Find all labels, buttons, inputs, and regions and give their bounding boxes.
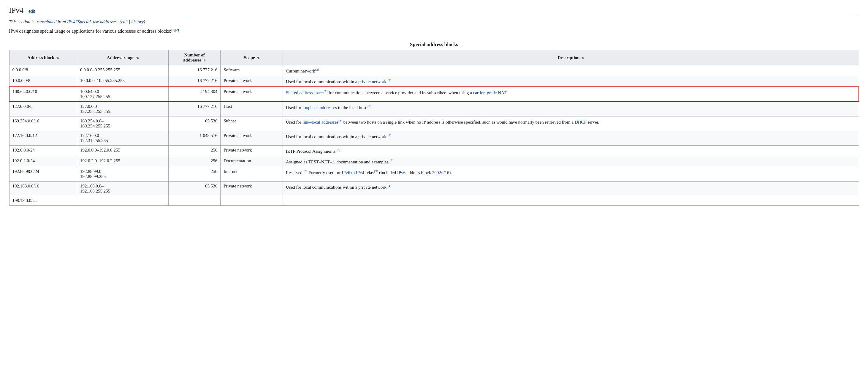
transclusion-italic-link[interactable]: transcluded bbox=[36, 19, 57, 24]
cell-description: Used for link–local addresses[6] between… bbox=[283, 116, 859, 131]
cell-range: 0.0.0.0–0.255.255.255 bbox=[77, 65, 168, 76]
cell-scope: Documentation bbox=[221, 156, 283, 167]
col-header-addresses[interactable]: Number ofaddresses ⇅ bbox=[168, 50, 221, 65]
cell-addresses: 4 194 304 bbox=[168, 87, 221, 102]
description-link[interactable]: private network bbox=[358, 79, 386, 84]
cell-scope: Private network bbox=[221, 181, 283, 196]
cell-range bbox=[77, 196, 168, 206]
sort-arrow-description: ⇅ bbox=[582, 56, 584, 60]
cell-description: Used for local communications within a p… bbox=[283, 76, 859, 87]
ref-link[interactable]: [4] bbox=[388, 184, 391, 188]
ref-2[interactable]: [2] bbox=[175, 28, 179, 31]
transclusion-history-link[interactable]: history bbox=[131, 19, 144, 24]
table-row: 192.168.0.0/16192.168.0.0–192.168.255.25… bbox=[9, 181, 859, 196]
ref-link[interactable]: [3] bbox=[315, 68, 319, 71]
cell-addresses: 256 bbox=[168, 156, 221, 167]
cell-addresses: 1 048 576 bbox=[168, 131, 221, 146]
cell-addresses: 65 536 bbox=[168, 116, 221, 131]
cell-range: 192.0.0.0–192.0.0.255 bbox=[77, 146, 168, 156]
description-link[interactable]: Shared address space bbox=[286, 90, 323, 95]
cell-description: Used for local communications within a p… bbox=[283, 181, 859, 196]
description-link[interactable]: link–local addresses bbox=[303, 120, 338, 124]
description-link[interactable]: IPv6 bbox=[397, 170, 405, 175]
table-row: 10.0.0.0/810.0.0.0–10.255.255.25516 777 … bbox=[9, 76, 859, 87]
cell-scope: Internet bbox=[221, 167, 283, 181]
cell-addresses: 256 bbox=[168, 146, 221, 156]
ref-link[interactable]: [3] bbox=[368, 104, 371, 108]
ref-link[interactable]: [6] bbox=[338, 119, 342, 122]
ref-link[interactable]: [4] bbox=[388, 133, 391, 137]
cell-block: 198.18.0.0/… bbox=[9, 196, 77, 206]
cell-range: 100.64.0.0–100.127.255.255 bbox=[77, 87, 168, 102]
sort-arrow-addresses: ⇅ bbox=[203, 59, 206, 62]
ref-link[interactable]: [4] bbox=[388, 79, 391, 82]
ref-link[interactable]: [9] bbox=[374, 169, 378, 173]
ref-link[interactable]: [8] bbox=[304, 169, 308, 173]
cell-addresses: 16 777 216 bbox=[168, 102, 221, 116]
description-link[interactable]: loopback addresses bbox=[303, 105, 337, 110]
cell-scope: Private network bbox=[221, 131, 283, 146]
description-link[interactable]: carrier–grade NAT bbox=[473, 90, 507, 95]
cell-addresses: 16 777 216 bbox=[168, 76, 221, 87]
sort-arrow-scope: ⇅ bbox=[257, 56, 259, 60]
cell-block: 192.168.0.0/16 bbox=[9, 181, 77, 196]
cell-scope: Private network bbox=[221, 87, 283, 102]
cell-addresses: 16 777 216 bbox=[168, 65, 221, 76]
description-link[interactable]: DHCP bbox=[575, 120, 586, 124]
transclusion-source-link[interactable]: IPv4#Special–use addresses. bbox=[67, 19, 119, 24]
col-header-block[interactable]: Address block ⇅ bbox=[9, 50, 77, 65]
cell-range: 192.168.0.0–192.168.255.255 bbox=[77, 181, 168, 196]
cell-range: 169.254.0.0–169.254.255.255 bbox=[77, 116, 168, 131]
cell-scope: Subnet bbox=[221, 116, 283, 131]
sort-arrow-block: ⇅ bbox=[56, 56, 59, 60]
table-caption: Special address blocks bbox=[9, 39, 859, 50]
cell-block: 192.88.99.0/24 bbox=[9, 167, 77, 181]
ref-link[interactable]: [7] bbox=[390, 159, 393, 162]
cell-block: 192.0.0.0/24 bbox=[9, 146, 77, 156]
table-row: 169.254.0.0/16169.254.0.0–169.254.255.25… bbox=[9, 116, 859, 131]
section-edit-link[interactable]: edit bbox=[29, 9, 35, 14]
cell-block: 0.0.0.0/8 bbox=[9, 65, 77, 76]
cell-description: Current network[3] bbox=[283, 65, 859, 76]
cell-block: 10.0.0.0/8 bbox=[9, 76, 77, 87]
col-header-range[interactable]: Address range ⇅ bbox=[77, 50, 168, 65]
cell-scope bbox=[221, 196, 283, 206]
cell-block: 192.0.2.0/24 bbox=[9, 156, 77, 167]
special-address-blocks-table: Special address blocks Address block ⇅ A… bbox=[9, 39, 859, 206]
section-title: IPv4 edit bbox=[9, 6, 859, 16]
transclusion-note: This section is transcluded from IPv4#Sp… bbox=[9, 19, 859, 24]
table-row: 172.16.0.0/12172.16.0.0–172.31.255.2551 … bbox=[9, 131, 859, 146]
ref-1[interactable]: [1] bbox=[171, 28, 175, 31]
intro-text: IPv4 designates special usage or applica… bbox=[9, 27, 859, 34]
table-header-row: Address block ⇅ Address range ⇅ Number o… bbox=[9, 50, 859, 65]
cell-range: 172.16.0.0–172.31.255.255 bbox=[77, 131, 168, 146]
table-row: 192.0.2.0/24192.0.2.0–192.0.2.255256Docu… bbox=[9, 156, 859, 167]
description-link[interactable]: 2002::/16 bbox=[432, 170, 450, 175]
cell-description: Reserved.[8] Formerly used for IPv6 to I… bbox=[283, 167, 859, 181]
col-header-scope[interactable]: Scope ⇅ bbox=[221, 50, 283, 65]
table-row: 192.88.99.0/24192.88.99.0–192.88.99.2552… bbox=[9, 167, 859, 181]
cell-addresses: 256 bbox=[168, 167, 221, 181]
ref-link[interactable]: [5] bbox=[323, 89, 328, 93]
cell-block: 172.16.0.0/12 bbox=[9, 131, 77, 146]
cell-scope: Software bbox=[221, 65, 283, 76]
col-header-description[interactable]: Description ⇅ bbox=[283, 50, 859, 65]
cell-range: 127.0.0.0–127.255.255.255 bbox=[77, 102, 168, 116]
ref-link[interactable]: [3] bbox=[336, 148, 340, 151]
table-row: 192.0.0.0/24192.0.0.0–192.0.0.255256Priv… bbox=[9, 146, 859, 156]
cell-scope: Private network bbox=[221, 146, 283, 156]
description-link[interactable]: IPv6 to IPv4 bbox=[342, 170, 364, 175]
cell-scope: Host bbox=[221, 102, 283, 116]
table-row: 127.0.0.0/8127.0.0.0–127.255.255.25516 7… bbox=[9, 102, 859, 116]
cell-description: Used for loopback addresses to the local… bbox=[283, 102, 859, 116]
cell-description bbox=[283, 196, 859, 206]
transclusion-edit-link[interactable]: edit bbox=[121, 19, 128, 24]
table-row: 0.0.0.0/80.0.0.0–0.255.255.25516 777 216… bbox=[9, 65, 859, 76]
cell-description: Shared address space[5] for communicatio… bbox=[283, 87, 859, 102]
table-wrapper: Special address blocks Address block ⇅ A… bbox=[9, 39, 859, 206]
cell-block: 100.64.0.0/10 bbox=[9, 87, 77, 102]
table-row: 100.64.0.0/10100.64.0.0–100.127.255.2554… bbox=[9, 87, 859, 102]
cell-description: Assigned as TEST–NET–1, documentation an… bbox=[283, 156, 859, 167]
cell-range: 10.0.0.0–10.255.255.255 bbox=[77, 76, 168, 87]
table-row: 198.18.0.0/… bbox=[9, 196, 859, 206]
